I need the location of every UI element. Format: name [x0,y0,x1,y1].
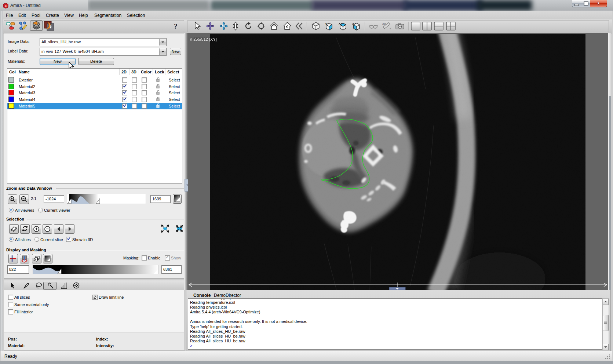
svg-text:?: ? [174,22,178,30]
svg-text:a: a [5,4,7,8]
